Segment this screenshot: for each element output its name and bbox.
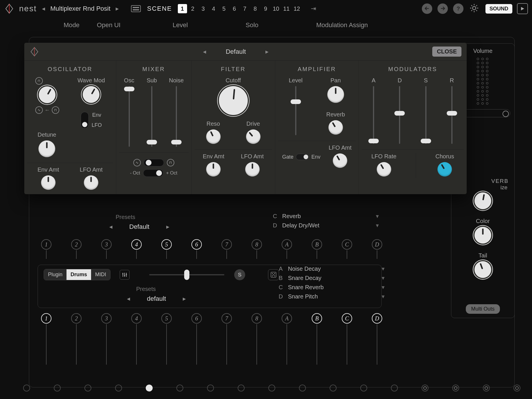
open-ui-button[interactable] [120,270,130,280]
osc-lfo-amt-knob[interactable] [84,175,98,190]
node-6[interactable]: 6 [191,313,202,324]
decay-slider[interactable] [394,86,405,144]
release-slider[interactable] [446,86,457,144]
tab-drums[interactable]: Drums [66,269,91,280]
node-5[interactable]: 5 [161,313,172,324]
drive-knob[interactable] [246,129,261,144]
scene-7[interactable]: 7 [240,4,250,13]
scene-4[interactable]: 4 [209,4,218,13]
node-C[interactable]: C [342,239,352,250]
node-D[interactable]: D [372,313,382,324]
output-node[interactable] [54,385,61,391]
preset-prev-upper[interactable]: ◀ [107,224,115,229]
node-B[interactable]: B [312,239,322,250]
cutoff-knob[interactable] [219,86,248,115]
amp-lfo-amt-knob[interactable] [333,153,347,168]
lfo-rate-knob[interactable] [377,162,391,177]
node-1[interactable]: 1 [41,313,51,324]
node-8[interactable]: 8 [252,239,262,250]
mod-row-b[interactable]: BSnare Decay▾ [278,274,385,281]
wave-mod-knob[interactable] [83,86,99,103]
node-2[interactable]: 2 [71,313,82,324]
scene-5[interactable]: 5 [219,4,229,13]
wave-sine-icon[interactable]: ∿ [35,106,43,114]
scene-2[interactable]: 2 [188,4,197,13]
output-node[interactable] [360,385,367,391]
mod-row-d[interactable]: D Delay Dry/Wet ▾ [272,222,379,229]
play-button[interactable] [517,3,528,14]
wave-saw-icon[interactable]: ⊓ [35,77,43,85]
preset-next-lower[interactable]: ▶ [180,296,188,301]
scene-11[interactable]: 11 [282,4,291,13]
node-6[interactable]: 6 [191,239,202,250]
output-node[interactable] [268,385,275,391]
tab-plugin[interactable]: Plugin [44,269,66,280]
osc-level-slider[interactable] [124,86,135,147]
output-node[interactable] [513,385,520,391]
scene-6[interactable]: 6 [230,4,239,13]
level-slider[interactable] [149,271,224,278]
filter-env-amt-knob[interactable] [206,162,221,177]
project-prev-icon[interactable]: ◀ [40,6,47,11]
mod-row-c[interactable]: C Reverb ▾ [272,213,379,220]
octave-toggle[interactable] [143,169,163,177]
preset-name-upper[interactable]: Default [129,223,149,231]
node-A[interactable]: A [282,239,292,250]
reso-knob[interactable] [206,129,221,144]
node-C[interactable]: C [342,313,352,324]
node-A[interactable]: A [282,313,292,324]
filter-lfo-amt-knob[interactable] [245,162,260,177]
osc-shape-knob[interactable] [39,86,56,103]
gate-env-toggle[interactable] [296,154,309,160]
editor-preset-next[interactable]: ▶ [263,49,271,54]
preset-prev-lower[interactable]: ◀ [125,296,132,301]
output-node[interactable] [238,385,245,391]
node-5[interactable]: 5 [161,239,172,250]
tail-knob[interactable] [474,261,491,278]
wave-square-icon[interactable]: ⊓ [52,106,59,114]
help-button[interactable]: ? [453,3,463,14]
project-name[interactable]: Multiplexer Rnd Posit [50,5,110,12]
sub-level-slider[interactable] [146,86,157,147]
mod-row-d[interactable]: DSnare Pitch▾ [278,293,385,300]
pan-knob[interactable] [327,86,344,103]
output-node[interactable] [207,385,214,391]
settings-gear-icon[interactable] [469,3,479,14]
preset-next-upper[interactable]: ▶ [164,224,172,229]
solo-button[interactable]: S [234,269,245,280]
noise-level-slider[interactable] [171,86,182,147]
scene-1[interactable]: 1 [178,4,187,13]
amp-reverb-knob[interactable] [328,120,343,135]
project-next-icon[interactable]: ▶ [113,6,121,11]
sustain-slider[interactable] [420,86,431,144]
attack-slider[interactable] [368,86,379,144]
output-node[interactable] [84,385,91,391]
multi-outs-button[interactable]: Multi Outs [466,304,500,314]
node-4[interactable]: 4 [131,313,142,324]
output-node[interactable] [299,385,306,391]
node-3[interactable]: 3 [101,313,112,324]
color-knob[interactable] [474,227,491,244]
output-node[interactable] [483,385,490,391]
mod-row-c[interactable]: CSnare Reverb▾ [278,284,385,291]
output-node[interactable] [146,385,153,391]
sound-button[interactable]: SOUND [485,4,512,14]
scene-10[interactable]: 10 [271,4,281,13]
output-node[interactable] [422,385,428,391]
editor-preset-prev[interactable]: ◀ [201,49,208,54]
chorus-knob[interactable] [437,162,452,177]
close-button[interactable]: CLOSE [432,47,461,57]
node-D[interactable]: D [372,239,382,250]
output-node[interactable] [176,385,183,391]
output-node[interactable] [330,385,337,391]
output-node[interactable] [23,385,30,391]
node-4[interactable]: 4 [131,239,142,250]
scene-3[interactable]: 3 [199,4,208,13]
scene-8[interactable]: 8 [251,4,260,13]
node-3[interactable]: 3 [101,239,112,250]
node-8[interactable]: 8 [252,313,262,324]
node-B[interactable]: B [312,313,322,324]
output-node[interactable] [452,385,459,391]
undo-button[interactable] [422,3,432,14]
preset-name-lower[interactable]: default [147,295,166,303]
